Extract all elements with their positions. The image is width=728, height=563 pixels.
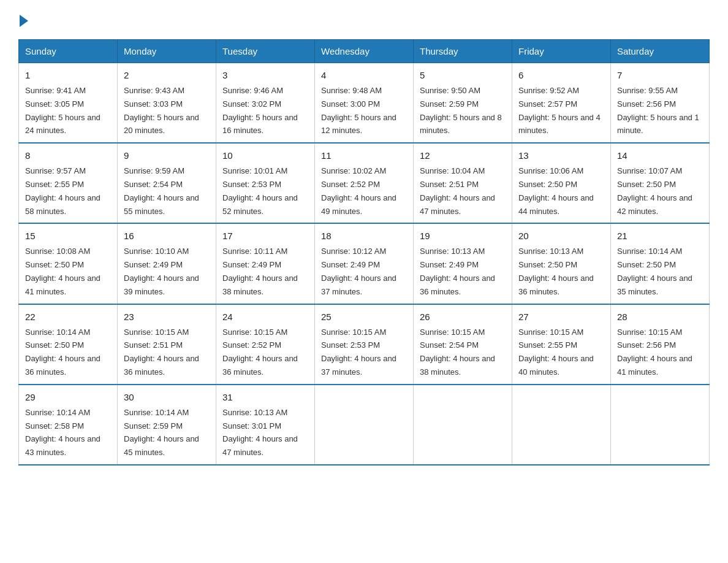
day-number: 11: [321, 148, 407, 163]
calendar-cell: [414, 385, 512, 465]
day-number: 1: [25, 68, 111, 83]
day-number: 23: [124, 310, 210, 324]
day-number: 8: [25, 148, 111, 163]
day-info: Sunrise: 10:11 AMSunset: 2:49 PMDaylight…: [222, 247, 298, 296]
week-row-4: 22Sunrise: 10:14 AMSunset: 2:50 PMDaylig…: [19, 304, 710, 385]
header-tuesday: Tuesday: [216, 40, 315, 63]
calendar-cell: 24Sunrise: 10:15 AMSunset: 2:52 PMDaylig…: [216, 304, 315, 385]
day-number: 24: [222, 310, 308, 324]
calendar-cell: 18Sunrise: 10:12 AMSunset: 2:49 PMDaylig…: [315, 223, 414, 304]
day-info: Sunrise: 10:10 AMSunset: 2:49 PMDaylight…: [124, 247, 199, 296]
calendar-cell: 25Sunrise: 10:15 AMSunset: 2:53 PMDaylig…: [315, 304, 414, 385]
calendar-cell: 2Sunrise: 9:43 AMSunset: 3:03 PMDaylight…: [118, 63, 216, 144]
calendar-cell: 21Sunrise: 10:14 AMSunset: 2:50 PMDaylig…: [611, 223, 710, 304]
calendar-cell: 16Sunrise: 10:10 AMSunset: 2:49 PMDaylig…: [118, 223, 216, 304]
day-number: 21: [617, 229, 703, 243]
day-number: 22: [25, 310, 111, 324]
day-info: Sunrise: 10:13 AMSunset: 3:01 PMDaylight…: [222, 408, 298, 457]
day-number: 19: [420, 229, 506, 243]
calendar-cell: 1Sunrise: 9:41 AMSunset: 3:05 PMDaylight…: [19, 63, 118, 144]
calendar-cell: 4Sunrise: 9:48 AMSunset: 3:00 PMDaylight…: [315, 63, 414, 144]
week-row-5: 29Sunrise: 10:14 AMSunset: 2:58 PMDaylig…: [19, 385, 710, 465]
calendar-cell: 11Sunrise: 10:02 AMSunset: 2:52 PMDaylig…: [315, 143, 414, 223]
day-info: Sunrise: 9:46 AMSunset: 3:02 PMDaylight:…: [222, 86, 298, 135]
day-info: Sunrise: 10:04 AMSunset: 2:51 PMDaylight…: [420, 166, 495, 215]
week-row-1: 1Sunrise: 9:41 AMSunset: 3:05 PMDaylight…: [19, 63, 710, 144]
day-info: Sunrise: 10:15 AMSunset: 2:51 PMDaylight…: [124, 327, 199, 377]
day-number: 2: [124, 68, 210, 83]
calendar-cell: 12Sunrise: 10:04 AMSunset: 2:51 PMDaylig…: [414, 143, 512, 223]
day-number: 3: [222, 68, 308, 83]
day-number: 27: [518, 310, 604, 324]
calendar-cell: 7Sunrise: 9:55 AMSunset: 2:56 PMDaylight…: [611, 63, 710, 144]
day-number: 20: [518, 229, 604, 243]
day-number: 4: [321, 68, 407, 83]
calendar-cell: 17Sunrise: 10:11 AMSunset: 2:49 PMDaylig…: [216, 223, 315, 304]
day-number: 17: [222, 229, 308, 243]
calendar-cell: 20Sunrise: 10:13 AMSunset: 2:50 PMDaylig…: [512, 223, 611, 304]
calendar-cell: 5Sunrise: 9:50 AMSunset: 2:59 PMDaylight…: [414, 63, 512, 144]
day-number: 18: [321, 229, 407, 243]
calendar-cell: 9Sunrise: 9:59 AMSunset: 2:54 PMDaylight…: [118, 143, 216, 223]
calendar-cell: [611, 385, 710, 465]
day-number: 15: [25, 229, 111, 243]
day-info: Sunrise: 10:13 AMSunset: 2:50 PMDaylight…: [518, 247, 594, 296]
day-number: 29: [25, 390, 111, 405]
logo: [18, 12, 28, 27]
day-info: Sunrise: 10:06 AMSunset: 2:50 PMDaylight…: [518, 166, 594, 215]
day-number: 26: [420, 310, 506, 324]
calendar-body: 1Sunrise: 9:41 AMSunset: 3:05 PMDaylight…: [19, 63, 710, 465]
header-wednesday: Wednesday: [315, 40, 414, 63]
day-number: 5: [420, 68, 506, 83]
calendar-cell: 14Sunrise: 10:07 AMSunset: 2:50 PMDaylig…: [611, 143, 710, 223]
header-saturday: Saturday: [611, 40, 710, 63]
day-info: Sunrise: 10:12 AMSunset: 2:49 PMDaylight…: [321, 247, 396, 296]
day-info: Sunrise: 10:15 AMSunset: 2:53 PMDaylight…: [321, 327, 396, 377]
day-number: 30: [124, 390, 210, 405]
header-monday: Monday: [118, 40, 216, 63]
day-info: Sunrise: 10:08 AMSunset: 2:50 PMDaylight…: [25, 247, 100, 296]
calendar-cell: 3Sunrise: 9:46 AMSunset: 3:02 PMDaylight…: [216, 63, 315, 144]
day-info: Sunrise: 10:14 AMSunset: 2:50 PMDaylight…: [25, 327, 100, 377]
day-info: Sunrise: 10:15 AMSunset: 2:56 PMDaylight…: [617, 327, 692, 377]
day-info: Sunrise: 9:59 AMSunset: 2:54 PMDaylight:…: [124, 166, 199, 215]
day-info: Sunrise: 9:43 AMSunset: 3:03 PMDaylight:…: [124, 86, 199, 135]
day-info: Sunrise: 10:15 AMSunset: 2:55 PMDaylight…: [518, 327, 594, 377]
calendar-cell: [315, 385, 414, 465]
week-row-2: 8Sunrise: 9:57 AMSunset: 2:55 PMDaylight…: [19, 143, 710, 223]
calendar-cell: 31Sunrise: 10:13 AMSunset: 3:01 PMDaylig…: [216, 385, 315, 465]
calendar-table: SundayMondayTuesdayWednesdayThursdayFrid…: [18, 39, 710, 465]
day-info: Sunrise: 10:13 AMSunset: 2:49 PMDaylight…: [420, 247, 495, 296]
day-number: 25: [321, 310, 407, 324]
day-info: Sunrise: 10:15 AMSunset: 2:52 PMDaylight…: [222, 327, 298, 377]
calendar-cell: 10Sunrise: 10:01 AMSunset: 2:53 PMDaylig…: [216, 143, 315, 223]
day-info: Sunrise: 9:52 AMSunset: 2:57 PMDaylight:…: [518, 86, 601, 135]
day-info: Sunrise: 10:02 AMSunset: 2:52 PMDaylight…: [321, 166, 396, 215]
day-info: Sunrise: 10:14 AMSunset: 2:58 PMDaylight…: [25, 408, 100, 457]
logo-arrow-icon: [20, 15, 28, 27]
calendar-cell: 30Sunrise: 10:14 AMSunset: 2:59 PMDaylig…: [118, 385, 216, 465]
header-row: SundayMondayTuesdayWednesdayThursdayFrid…: [19, 40, 710, 63]
day-info: Sunrise: 10:14 AMSunset: 2:50 PMDaylight…: [617, 247, 692, 296]
day-info: Sunrise: 10:14 AMSunset: 2:59 PMDaylight…: [124, 408, 199, 457]
calendar-cell: 19Sunrise: 10:13 AMSunset: 2:49 PMDaylig…: [414, 223, 512, 304]
calendar-cell: 15Sunrise: 10:08 AMSunset: 2:50 PMDaylig…: [19, 223, 118, 304]
day-number: 6: [518, 68, 604, 83]
calendar-cell: 23Sunrise: 10:15 AMSunset: 2:51 PMDaylig…: [118, 304, 216, 385]
day-info: Sunrise: 9:55 AMSunset: 2:56 PMDaylight:…: [617, 86, 699, 135]
header-friday: Friday: [512, 40, 611, 63]
day-number: 31: [222, 390, 308, 405]
day-number: 14: [617, 148, 703, 163]
day-number: 12: [420, 148, 506, 163]
day-number: 9: [124, 148, 210, 163]
calendar-cell: 29Sunrise: 10:14 AMSunset: 2:58 PMDaylig…: [19, 385, 118, 465]
calendar-cell: [512, 385, 611, 465]
page-header: [18, 12, 710, 27]
day-number: 10: [222, 148, 308, 163]
calendar-cell: 6Sunrise: 9:52 AMSunset: 2:57 PMDaylight…: [512, 63, 611, 144]
calendar-cell: 28Sunrise: 10:15 AMSunset: 2:56 PMDaylig…: [611, 304, 710, 385]
calendar-header: SundayMondayTuesdayWednesdayThursdayFrid…: [19, 40, 710, 63]
calendar-cell: 26Sunrise: 10:15 AMSunset: 2:54 PMDaylig…: [414, 304, 512, 385]
day-info: Sunrise: 10:07 AMSunset: 2:50 PMDaylight…: [617, 166, 692, 215]
calendar-cell: 27Sunrise: 10:15 AMSunset: 2:55 PMDaylig…: [512, 304, 611, 385]
